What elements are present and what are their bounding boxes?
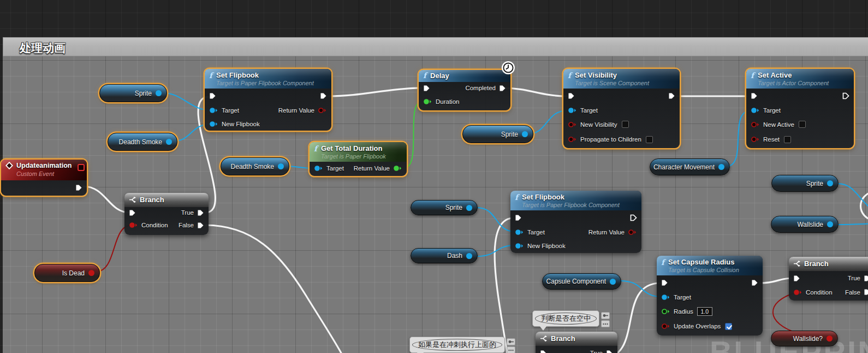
target-pin[interactable] <box>568 107 577 114</box>
var-pin[interactable] <box>156 90 162 96</box>
wire-exec-up-setflipbook2 <box>495 218 512 353</box>
var-pin[interactable] <box>466 205 472 211</box>
var-pin[interactable] <box>522 131 528 137</box>
exec-in-pin[interactable] <box>209 92 216 99</box>
var-sprite-1[interactable]: Sprite <box>99 84 167 102</box>
exec-out-pin[interactable] <box>751 279 758 286</box>
node-branch-1[interactable]: Branch True Condition False <box>124 193 209 235</box>
return-pin[interactable] <box>393 165 402 172</box>
exec-in-pin[interactable] <box>540 350 547 353</box>
new-active-checkbox[interactable] <box>799 121 806 128</box>
propagate-checkbox[interactable] <box>646 136 653 143</box>
var-wallslide-q[interactable]: Wallslide? <box>771 331 838 346</box>
var-pin[interactable] <box>278 163 284 169</box>
new-visibility-pin[interactable] <box>568 121 577 128</box>
dots-icon[interactable] <box>601 320 610 327</box>
exec-in-pin[interactable] <box>129 209 136 216</box>
target-pin[interactable] <box>515 229 524 236</box>
var-character-movement[interactable]: Character Movement <box>650 158 730 175</box>
node-set-visibility[interactable]: f Set Visibility Target is Scene Compone… <box>563 69 680 148</box>
exec-out-pin[interactable] <box>75 184 82 191</box>
exec-out-pin[interactable] <box>842 92 849 99</box>
new-visibility-checkbox[interactable] <box>622 121 629 128</box>
node-get-total-duration[interactable]: f Get Total Duration Target is Paper Fli… <box>310 142 407 176</box>
comment-bubble-dash-note[interactable]: 如果是在冲刺执行上面的 <box>409 337 505 353</box>
target-pin[interactable] <box>661 294 670 301</box>
var-pin[interactable] <box>466 253 472 259</box>
condition-pin[interactable] <box>129 222 138 228</box>
reset-pin[interactable] <box>751 136 760 143</box>
var-sprite-2[interactable]: Sprite <box>462 125 533 143</box>
target-pin[interactable] <box>209 107 218 114</box>
target-pin[interactable] <box>751 107 760 114</box>
pin-label-target: Target <box>527 229 545 236</box>
node-branch-2[interactable]: Branch True Condition False <box>789 257 868 301</box>
pin-icon[interactable] <box>507 338 515 345</box>
return-pin[interactable] <box>628 229 637 236</box>
radius-value-input[interactable]: 1.0 <box>697 307 712 316</box>
exec-in-pin[interactable] <box>793 275 800 282</box>
exec-in-pin[interactable] <box>423 85 430 92</box>
node-updateanimation[interactable]: Updateanimation Custom Event <box>1 160 87 196</box>
var-pin[interactable] <box>718 164 724 170</box>
node-title: Set Capsule Radius <box>668 258 739 266</box>
update-overlaps-checkbox[interactable] <box>725 323 732 330</box>
var-deadth-smoke-1[interactable]: Deadth Smoke <box>108 133 177 151</box>
exec-true-pin[interactable] <box>606 350 613 353</box>
node-branch-3[interactable]: Branch True <box>536 332 617 353</box>
update-overlaps-pin[interactable] <box>661 323 670 330</box>
var-pin[interactable] <box>610 279 616 285</box>
propagate-pin[interactable] <box>568 136 577 143</box>
exec-in-pin[interactable] <box>661 279 668 286</box>
exec-completed-pin[interactable] <box>499 85 506 92</box>
var-pin[interactable] <box>827 336 833 342</box>
return-pin[interactable] <box>318 107 327 114</box>
var-dash[interactable]: Dash <box>411 248 478 263</box>
var-sprite-3[interactable]: Sprite <box>771 175 839 192</box>
var-label: Wallslide? <box>793 335 823 343</box>
pin-label-true: True <box>848 275 860 281</box>
exec-out-pin[interactable] <box>320 92 327 99</box>
comment-bubble-air-check[interactable]: 判断是否在空中 <box>532 310 599 327</box>
new-flipbook-pin[interactable] <box>515 243 524 249</box>
branch-icon <box>129 196 136 203</box>
condition-pin[interactable] <box>793 289 802 296</box>
pin-label-update-overlaps: Update Overlaps <box>674 323 721 330</box>
new-flipbook-pin[interactable] <box>209 121 218 127</box>
target-pin[interactable] <box>314 165 323 172</box>
var-is-dead[interactable]: Is Dead <box>34 264 100 282</box>
pin-label-new-flipbook: New Flipbook <box>527 243 566 249</box>
var-capsule-component[interactable]: Capsule Component <box>542 273 621 290</box>
var-pin[interactable] <box>827 180 833 186</box>
exec-false-pin[interactable] <box>864 289 868 296</box>
node-set-flipbook-1[interactable]: f Set Flipbook Target is Paper Flipbook … <box>205 69 331 131</box>
bubble-pin-icons[interactable] <box>601 312 610 327</box>
exec-in-pin[interactable] <box>751 92 758 99</box>
exec-out-pin[interactable] <box>630 214 637 221</box>
exec-true-pin[interactable] <box>197 209 204 216</box>
node-delay[interactable]: f Delay Completed Duration <box>419 70 510 110</box>
exec-in-pin[interactable] <box>568 92 575 99</box>
var-deadth-smoke-2[interactable]: Deadth Smoke <box>221 157 289 175</box>
exec-true-pin[interactable] <box>864 275 868 282</box>
exec-false-pin[interactable] <box>197 222 204 229</box>
reset-checkbox[interactable] <box>784 136 791 143</box>
dots-icon[interactable] <box>507 346 515 353</box>
var-wallslide[interactable]: Wallslide <box>771 216 839 233</box>
duration-pin[interactable] <box>423 98 432 105</box>
node-set-flipbook-2[interactable]: f Set Flipbook Target is Paper Flipbook … <box>510 191 641 253</box>
var-pin[interactable] <box>88 270 94 276</box>
var-pin[interactable] <box>827 221 833 227</box>
var-pin[interactable] <box>166 139 172 145</box>
radius-pin[interactable] <box>661 308 670 315</box>
node-set-capsule-radius[interactable]: f Set Capsule Radius Target is Capsule C… <box>657 256 763 336</box>
var-sprite-4[interactable]: Sprite <box>411 200 478 215</box>
bubble-text: 判断是否在空中 <box>535 313 597 325</box>
exec-in-pin[interactable] <box>515 214 522 221</box>
new-active-pin[interactable] <box>751 121 760 128</box>
exec-out-pin[interactable] <box>668 92 675 99</box>
bubble-pin-icons[interactable] <box>507 338 515 353</box>
delegate-pin[interactable] <box>78 164 85 171</box>
node-set-active[interactable]: f Set Active Target is Actor Component T… <box>746 69 854 148</box>
pin-icon[interactable] <box>601 312 610 319</box>
